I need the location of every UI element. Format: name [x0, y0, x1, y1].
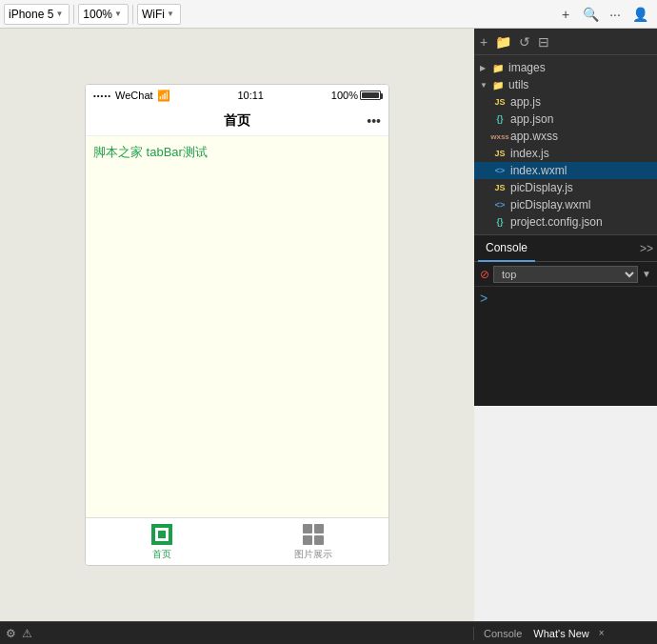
fp-refresh-icon[interactable]: ↺ [519, 34, 530, 50]
file-name-appjson: app.json [510, 112, 553, 126]
home-icon-shape [151, 524, 172, 545]
file-item-images[interactable]: ▶ 📁 images [474, 59, 657, 76]
grid-icon-shape [303, 524, 324, 545]
top-toolbar: iPhone 5 ▼ 100% ▼ WiFi ▼ + 🔍 ··· 👤 [0, 0, 657, 29]
file-name-images: images [508, 61, 546, 74]
console-tabs: Console >> [474, 235, 657, 262]
js-icon-indexjs: JS [493, 147, 507, 160]
fp-collapse-icon[interactable]: ⊟ [538, 34, 549, 50]
file-panel: + 📁 ↺ ⊟ ▶ 📁 images ▼ 📁 utils [474, 29, 657, 234]
json-icon-projectjson: {} [493, 215, 507, 229]
folder-icon-utils: 📁 [491, 78, 505, 91]
file-name-utils: utils [508, 78, 528, 91]
phone-tabbar: 首页 图片展示 [86, 517, 388, 565]
file-item-picdisplayjs[interactable]: JS picDisplay.js [474, 179, 657, 196]
phone-frame: ••••• WeChat 📶 10:11 100% 首页 ••• [85, 84, 389, 566]
console-panel: Console >> ⊘ top ▼ > [474, 234, 657, 406]
folder-arrow-images: ▶ [480, 64, 488, 72]
phone-body: 脚本之家 tabBar测试 [86, 136, 388, 517]
add-icon[interactable]: + [556, 5, 575, 24]
js-icon-appjs: JS [493, 95, 507, 109]
file-tree: ▶ 📁 images ▼ 📁 utils JS app.js {} app.js… [474, 55, 657, 234]
file-panel-toolbar: + 📁 ↺ ⊟ [474, 29, 657, 55]
console-filter-select[interactable]: top [493, 266, 638, 283]
file-item-utils[interactable]: ▼ 📁 utils [474, 76, 657, 93]
file-name-indexjs: index.js [510, 147, 549, 160]
battery-pct: 100% [331, 90, 358, 101]
tab-pics-label: 图片展示 [294, 548, 332, 561]
battery-fill [362, 92, 379, 98]
profile-icon[interactable]: 👤 [630, 5, 649, 24]
device-label: iPhone 5 [9, 8, 53, 21]
bottom-console-tab[interactable]: Console [480, 628, 526, 639]
status-left: ••••• WeChat 📶 [93, 90, 170, 102]
sep2 [132, 5, 133, 24]
search-icon[interactable]: 🔍 [581, 5, 600, 24]
console-filter-row: ⊘ top ▼ [474, 262, 657, 287]
bottom-left: ⚙ ⚠ [0, 627, 474, 640]
filter-dropdown-icon[interactable]: ▼ [642, 269, 651, 279]
navbar-title: 首页 [224, 112, 250, 130]
folder-icon-images: 📁 [491, 61, 505, 74]
wechat-label: WeChat [115, 90, 153, 101]
phone-status-bar: ••••• WeChat 📶 10:11 100% [86, 85, 388, 106]
file-item-appjson[interactable]: {} app.json [474, 111, 657, 128]
console-expand-icon[interactable]: >> [640, 242, 653, 255]
right-panel: + 📁 ↺ ⊟ ▶ 📁 images ▼ 📁 utils [474, 29, 657, 621]
fp-add-icon[interactable]: + [480, 34, 488, 50]
folder-arrow-utils: ▼ [480, 81, 488, 90]
main-content: ••••• WeChat 📶 10:11 100% 首页 ••• [0, 29, 657, 621]
file-name-picdisplaywxml: picDisplay.wxml [510, 198, 590, 211]
file-item-picdisplaywxml[interactable]: <> picDisplay.wxml [474, 196, 657, 213]
file-name-projectjson: project.config.json [510, 215, 603, 229]
file-item-appjs[interactable]: JS app.js [474, 93, 657, 111]
tab-home[interactable]: 首页 [86, 518, 237, 565]
more-icon[interactable]: ··· [606, 5, 625, 24]
device-arrow: ▼ [55, 10, 63, 18]
file-item-indexwxml[interactable]: <> index.wxml [474, 162, 657, 179]
phone-panel: ••••• WeChat 📶 10:11 100% 首页 ••• [0, 29, 474, 621]
sep1 [73, 5, 74, 24]
network-arrow: ▼ [167, 10, 174, 18]
wifi-icon: 📶 [157, 90, 170, 102]
battery-icon [360, 91, 381, 100]
wxss-icon-appwxss: wxss [493, 130, 507, 143]
console-tab-console[interactable]: Console [478, 235, 535, 262]
bottom-close-icon[interactable]: × [599, 628, 605, 638]
tab-home-icon [150, 523, 173, 546]
navbar-dots[interactable]: ••• [367, 113, 381, 129]
tab-home-label: 首页 [152, 548, 171, 561]
bottom-bar: ⚙ ⚠ Console What's New × [0, 621, 657, 644]
console-body: > [474, 287, 657, 406]
network-label: WiFi [142, 8, 165, 21]
phone-navbar: 首页 ••• [86, 106, 388, 136]
toolbar-icons: + 🔍 ··· 👤 [556, 5, 649, 24]
file-name-indexwxml: index.wxml [510, 164, 567, 177]
fp-folder-icon[interactable]: 📁 [495, 34, 511, 50]
file-item-appwxss[interactable]: wxss app.wxss [474, 128, 657, 145]
zoom-arrow: ▼ [114, 10, 122, 18]
file-item-projectjson[interactable]: {} project.config.json [474, 213, 657, 231]
device-select[interactable]: iPhone 5 ▼ [4, 4, 70, 25]
bottom-right: Console What's New × [474, 628, 657, 639]
wxml-icon-indexwxml: <> [493, 164, 507, 177]
zoom-select[interactable]: 100% ▼ [78, 4, 129, 25]
file-name-appwxss: app.wxss [510, 130, 558, 143]
status-time: 10:11 [237, 90, 264, 101]
tab-pics[interactable]: 图片展示 [237, 518, 388, 565]
tab-pics-icon [302, 523, 325, 546]
fp-icons: + 📁 ↺ ⊟ [480, 34, 549, 50]
bottom-warn-icon[interactable]: ⚠ [22, 627, 32, 640]
console-prompt[interactable]: > [480, 291, 488, 306]
json-icon-appjson: {} [493, 112, 507, 126]
file-item-indexjs[interactable]: JS index.js [474, 145, 657, 162]
wxml-icon-picdisplaywxml: <> [493, 198, 507, 211]
network-select[interactable]: WiFi ▼ [137, 4, 181, 25]
bottom-settings-icon[interactable]: ⚙ [6, 627, 16, 640]
file-name-picdisplayjs: picDisplay.js [510, 181, 573, 194]
page-body-text: 脚本之家 tabBar测试 [93, 145, 208, 159]
js-icon-picdisplayjs: JS [493, 181, 507, 194]
file-name-appjs: app.js [510, 95, 541, 109]
bottom-whats-new-tab[interactable]: What's New [529, 628, 592, 639]
zoom-label: 100% [83, 8, 112, 21]
